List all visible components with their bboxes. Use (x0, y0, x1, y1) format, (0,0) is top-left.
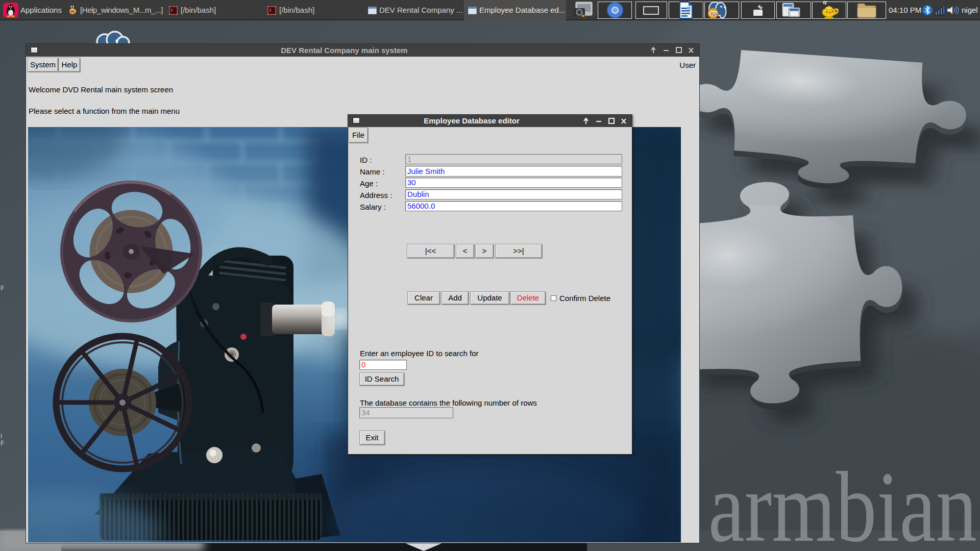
svg-text:armbian: armbian (708, 452, 977, 551)
svg-text:SQL: SQL (710, 12, 717, 16)
